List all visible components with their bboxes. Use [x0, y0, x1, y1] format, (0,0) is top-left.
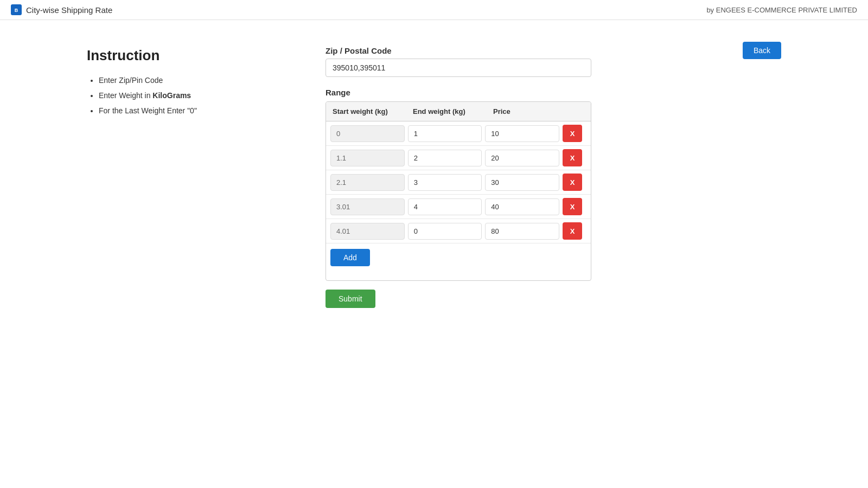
- start-weight-input-2: [330, 150, 405, 166]
- cell-price-4: [485, 198, 559, 215]
- cell-start-4: [330, 198, 405, 215]
- cell-end-3: [408, 174, 482, 191]
- instruction-text-1: Enter Zip/Pin Code: [99, 76, 163, 85]
- cell-start-2: [330, 150, 405, 166]
- col-action: [567, 102, 591, 121]
- main-content: Instruction Enter Zip/Pin Code Enter Wei…: [54, 20, 814, 330]
- header-left: B City-wise Shipping Rate: [11, 4, 112, 15]
- svg-text:B: B: [15, 8, 18, 13]
- price-input-3[interactable]: [485, 174, 559, 191]
- delete-button-1[interactable]: X: [563, 125, 582, 142]
- range-table: Start weight (kg) End weight (kg) Price …: [326, 101, 591, 281]
- cell-delete-5: X: [563, 222, 586, 240]
- cell-price-2: [485, 150, 559, 166]
- end-weight-input-4[interactable]: [408, 198, 482, 215]
- cell-delete-4: X: [563, 198, 586, 215]
- app-header: B City-wise Shipping Rate by ENGEES E-CO…: [0, 0, 868, 20]
- app-logo-icon: B: [11, 4, 22, 15]
- add-row-container: Add: [326, 243, 591, 280]
- delete-button-5[interactable]: X: [563, 222, 582, 240]
- start-weight-input-1: [330, 125, 405, 142]
- brand-text: by ENGEES E-COMMERCE PRIVATE LIMITED: [706, 6, 857, 14]
- table-row: X: [326, 195, 591, 219]
- table-row: X: [326, 146, 591, 170]
- instruction-item-1: Enter Zip/Pin Code: [99, 73, 304, 88]
- col-start-weight: Start weight (kg): [326, 102, 406, 121]
- cell-price-5: [485, 223, 559, 240]
- instruction-item-2: Enter Weight in KiloGrams: [99, 88, 304, 103]
- cell-start-3: [330, 174, 405, 191]
- right-panel: Back Zip / Postal Code Range Start weigh…: [326, 42, 781, 308]
- left-panel: Instruction Enter Zip/Pin Code Enter Wei…: [87, 42, 304, 308]
- delete-button-3[interactable]: X: [563, 174, 582, 191]
- start-weight-input-5: [330, 223, 405, 240]
- price-input-1[interactable]: [485, 125, 559, 142]
- delete-button-4[interactable]: X: [563, 198, 582, 215]
- cell-delete-2: X: [563, 149, 586, 166]
- submit-button[interactable]: Submit: [326, 290, 375, 308]
- cell-start-1: [330, 125, 405, 142]
- price-input-2[interactable]: [485, 150, 559, 166]
- instruction-heading: Instruction: [87, 47, 304, 64]
- cell-delete-1: X: [563, 125, 586, 142]
- price-input-5[interactable]: [485, 223, 559, 240]
- table-header: Start weight (kg) End weight (kg) Price: [326, 102, 591, 121]
- cell-end-4: [408, 198, 482, 215]
- cell-start-5: [330, 223, 405, 240]
- delete-button-2[interactable]: X: [563, 149, 582, 166]
- end-weight-input-1[interactable]: [408, 125, 482, 142]
- price-input-4[interactable]: [485, 198, 559, 215]
- col-end-weight: End weight (kg): [406, 102, 487, 121]
- zip-input[interactable]: [326, 59, 591, 77]
- cell-delete-3: X: [563, 174, 586, 191]
- kilogram-bold: KiloGrams: [152, 91, 191, 100]
- col-price: Price: [487, 102, 567, 121]
- table-row: X: [326, 170, 591, 195]
- end-weight-input-3[interactable]: [408, 174, 482, 191]
- table-row: X: [326, 121, 591, 146]
- app-title: City-wise Shipping Rate: [26, 5, 112, 15]
- end-weight-input-2[interactable]: [408, 150, 482, 166]
- instruction-item-3: For the Last Weight Enter "0": [99, 103, 304, 118]
- start-weight-input-3: [330, 174, 405, 191]
- back-button[interactable]: Back: [743, 42, 781, 59]
- table-row: X: [326, 219, 591, 243]
- cell-end-2: [408, 150, 482, 166]
- start-weight-input-4: [330, 198, 405, 215]
- cell-price-1: [485, 125, 559, 142]
- instruction-text-3: For the Last Weight Enter "0": [99, 106, 197, 115]
- zip-label: Zip / Postal Code: [326, 46, 781, 55]
- end-weight-input-5[interactable]: [408, 223, 482, 240]
- instruction-list: Enter Zip/Pin Code Enter Weight in KiloG…: [87, 73, 304, 118]
- cell-price-3: [485, 174, 559, 191]
- instruction-text-2: Enter Weight in KiloGrams: [99, 91, 191, 100]
- add-button[interactable]: Add: [330, 249, 370, 266]
- cell-end-1: [408, 125, 482, 142]
- range-label: Range: [326, 88, 781, 97]
- cell-end-5: [408, 223, 482, 240]
